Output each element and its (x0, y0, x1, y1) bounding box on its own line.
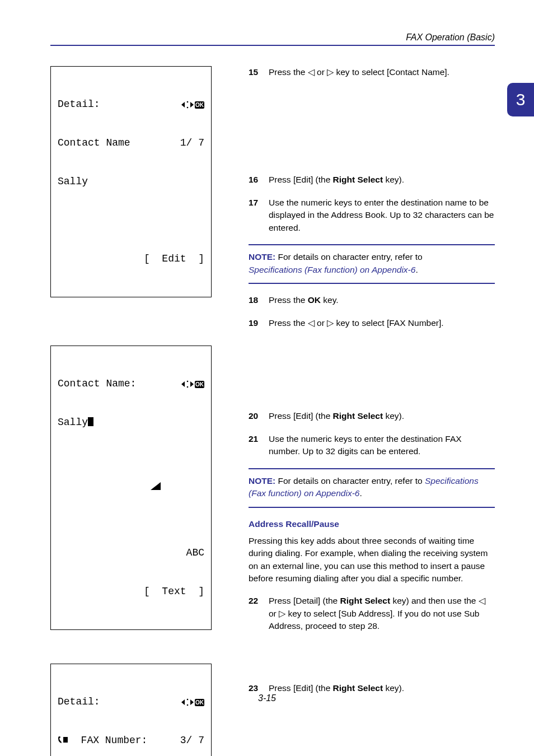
step-number: 20 (249, 410, 264, 422)
step-number: 16 (249, 174, 264, 186)
note-box: NOTE: For details on character entry, re… (249, 244, 495, 284)
step-text: Press [Edit] (the Right Select key). (269, 682, 495, 694)
note-box: NOTE: For details on character entry, re… (249, 468, 495, 508)
nav-ok-icon: OK (180, 377, 204, 390)
note-text: For details on character entry, refer to (275, 476, 425, 486)
lcd-softkey: [ Text ] (144, 585, 204, 598)
step-19: 19 Press the ◁ or ▷ key to select [FAX N… (249, 317, 495, 329)
svg-marker-12 (151, 482, 161, 490)
svg-marker-6 (181, 381, 185, 387)
paragraph: Pressing this key adds about three secon… (249, 535, 495, 585)
note-text: For details on character entry, refer to (275, 252, 422, 262)
subheading: Address Recall/Pause (249, 519, 495, 529)
lcd-line: Detail: (58, 98, 100, 111)
running-header: FAX Operation (Basic) (50, 32, 495, 46)
step-number: 19 (249, 317, 264, 329)
step-17: 17 Use the numeric keys to enter the des… (249, 197, 495, 234)
step-16: 16 Press [Edit] (the Right Select key). (249, 174, 495, 186)
note-text: . (415, 265, 418, 274)
step-number: 17 (249, 197, 264, 234)
note-text: . (359, 488, 362, 498)
step-18: 18 Press the OK key. (249, 294, 495, 306)
step-22: 22 Press [Detail] (the Right Select key)… (249, 595, 495, 632)
lcd-line: FAX Number: (58, 734, 147, 747)
lcd-column: Detail: OK Contact Name 1/ 7 Sally [ Edi… (50, 66, 229, 756)
step-number: 18 (249, 294, 264, 306)
svg-marker-3 (190, 102, 194, 108)
lcd-softkey: [ Edit ] (144, 253, 204, 265)
svg-text:OK: OK (195, 381, 204, 388)
step-text: Press [Edit] (the Right Select key). (269, 174, 495, 186)
svg-text:OK: OK (195, 102, 204, 108)
svg-point-8 (187, 386, 189, 388)
step-text: Press the OK key. (269, 294, 495, 306)
step-text: Press the ◁ or ▷ key to select [Contact … (269, 66, 495, 78)
step-text: Press [Edit] (the Right Select key). (269, 410, 495, 422)
step-number: 22 (249, 595, 264, 632)
note-label: NOTE: (249, 476, 275, 486)
lcd-contact-detail: Detail: OK Contact Name 1/ 7 Sally [ Edi… (50, 66, 212, 297)
page-number: 3-15 (0, 693, 534, 703)
step-text: Use the numeric keys to enter the destin… (269, 433, 495, 458)
text-cursor-icon (88, 417, 93, 426)
lcd-line: Sally (58, 417, 88, 428)
step-text: Use the numeric keys to enter the destin… (269, 197, 495, 234)
lcd-line: 1/ 7 (180, 137, 204, 150)
step-text: Press [Detail] (the Right Select key) an… (269, 595, 495, 632)
lcd-contact-name-entry: Contact Name: OK Sally ABC [ Text ] (50, 346, 212, 630)
lcd-line: ABC (180, 547, 204, 559)
lcd-line: Sally (58, 176, 88, 187)
step-number: 15 (249, 66, 264, 78)
nav-ok-icon: OK (180, 98, 204, 111)
signal-icon (101, 483, 161, 506)
step-text: Press the ◁ or ▷ key to select [FAX Numb… (269, 317, 495, 329)
lcd-line: Contact Name: (58, 377, 136, 390)
lcd-line: 3/ 7 (180, 734, 204, 747)
note-link[interactable]: Specifications (Fax function) on Appendi… (249, 265, 415, 274)
svg-marker-9 (190, 381, 194, 387)
step-15: 15 Press the ◁ or ▷ key to select [Conta… (249, 66, 495, 78)
step-21: 21 Use the numeric keys to enter the des… (249, 433, 495, 458)
step-20: 20 Press [Edit] (the Right Select key). (249, 410, 495, 422)
step-number: 23 (249, 682, 264, 694)
step-23: 23 Press [Edit] (the Right Select key). (249, 682, 495, 694)
lcd-fax-number-detail: Detail: OK FAX Number: 3/ 7 0667640000 [… (50, 664, 212, 756)
svg-point-1 (187, 101, 189, 102)
svg-point-7 (187, 380, 189, 382)
chapter-tab: 3 (507, 83, 534, 116)
phone-fax-icon (58, 735, 69, 746)
note-label: NOTE: (249, 252, 275, 262)
svg-point-2 (187, 106, 189, 108)
step-number: 21 (249, 433, 264, 458)
svg-marker-0 (181, 102, 185, 108)
svg-point-15 (187, 704, 189, 706)
lcd-line: Contact Name (58, 137, 130, 150)
